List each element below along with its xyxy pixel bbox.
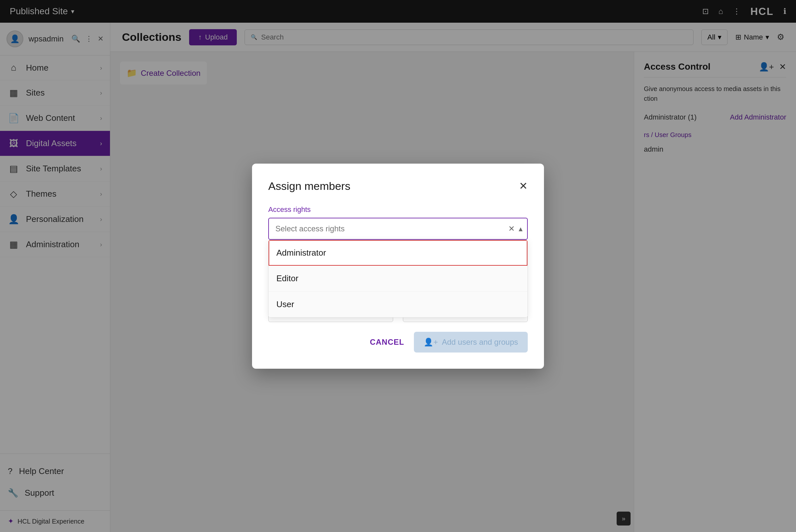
add-users-icon: 👤+: [423, 338, 438, 347]
add-users-label: Add users and groups: [442, 338, 518, 347]
option-administrator[interactable]: Administrator: [269, 240, 527, 266]
access-rights-label: Access rights: [268, 205, 528, 214]
access-rights-container: ✕ ▴ Administrator Editor User: [268, 218, 528, 240]
modal-overlay: Assign members ✕ Access rights ✕ ▴ Admin…: [0, 0, 796, 532]
access-rights-select[interactable]: [268, 218, 528, 240]
cancel-button[interactable]: CANCEL: [370, 338, 404, 347]
add-users-button[interactable]: 👤+ Add users and groups: [414, 332, 528, 353]
modal-title: Assign members: [268, 180, 350, 192]
modal-header: Assign members ✕: [268, 180, 528, 192]
assign-members-modal: Assign members ✕ Access rights ✕ ▴ Admin…: [252, 164, 544, 369]
option-editor[interactable]: Editor: [269, 266, 527, 291]
modal-close-button[interactable]: ✕: [519, 180, 528, 192]
access-rights-dropdown: Administrator Editor User: [268, 240, 528, 318]
modal-footer: CANCEL 👤+ Add users and groups: [268, 332, 528, 353]
option-user[interactable]: User: [269, 291, 527, 317]
